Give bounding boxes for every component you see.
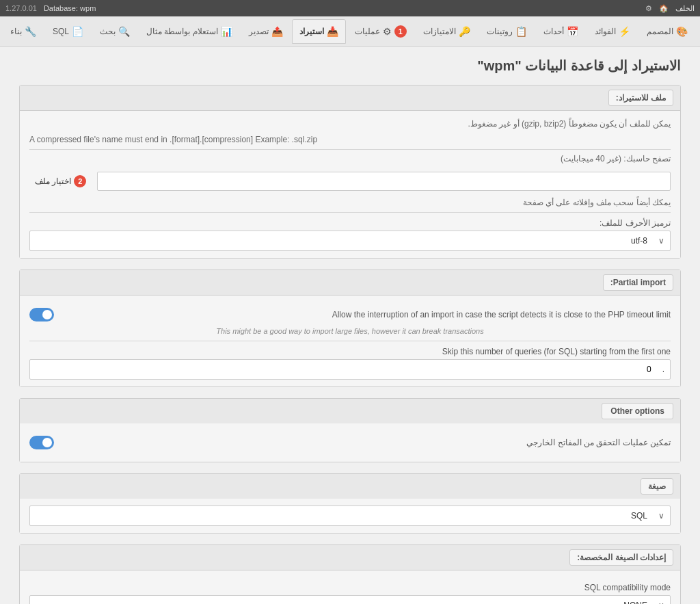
format-settings-section: إعدادات الصيغة المخصصة: SQL compatibilit… — [19, 544, 681, 604]
tab-build[interactable]: 🔧 بناء — [3, 19, 44, 44]
skip-queries-row: . — [29, 359, 671, 380]
php-timeout-slider — [29, 308, 54, 321]
foreign-key-slider — [29, 436, 54, 449]
file-path-input[interactable] — [97, 172, 671, 191]
home-icon[interactable]: 🏠 — [659, 4, 669, 13]
other-options-body: تمكين عمليات التحقق من المفاتح الخارجي — [20, 423, 680, 462]
version-label: 1.27.0.01 — [5, 4, 37, 12]
compat-mode-select-row: ∨ NONE — [29, 595, 671, 604]
other-options-header: Other options — [20, 399, 680, 423]
export-icon: 📤 — [271, 26, 283, 37]
compat-chevron-icon[interactable]: ∨ — [653, 598, 670, 604]
format-settings-header-label: إعدادات الصيغة المخصصة: — [569, 549, 673, 566]
triggers-icon: ⚡ — [619, 26, 630, 37]
choose-file-button[interactable]: 2 اختيار ملف — [29, 172, 92, 190]
tab-search[interactable]: 🔍 بحث — [92, 19, 137, 44]
format-value[interactable]: SQL — [30, 508, 653, 523]
file-import-body: يمكن للملف أن يكون مضغوطاً (gzip, bzip2)… — [20, 111, 680, 258]
events-icon: 📅 — [567, 26, 578, 37]
format-settings-body: SQL compatibility mode ∨ NONE Do not use… — [20, 570, 680, 604]
format-body: ∨ SQL — [20, 499, 680, 533]
tab-events-label: أحداث — [543, 27, 564, 36]
top-bar-left: الخلف 🏠 ⚙ — [645, 4, 695, 13]
toggle-note: This might be a good way to import large… — [29, 327, 671, 335]
skip-dot: . — [657, 362, 670, 377]
file-import-header: ملف للاستيراد: — [20, 86, 680, 111]
other-options-button[interactable]: Other options — [602, 403, 673, 419]
choose-file-label: اختيار ملف — [35, 176, 71, 186]
charset-value[interactable]: utf-8 — [30, 233, 653, 248]
format-header: صيغة — [20, 474, 680, 499]
partial-import-header: Partial import: — [20, 270, 680, 296]
format-settings-header: إعدادات الصيغة المخصصة: — [20, 545, 680, 570]
file-import-section: ملف للاستيراد: يمكن للملف أن يكون مضغوطا… — [19, 85, 681, 259]
close-label[interactable]: الخلف — [675, 4, 695, 13]
tab-routines[interactable]: 📋 روتينات — [479, 19, 535, 44]
format-header-label: صيغة — [641, 478, 673, 495]
page-title: الاستيراد إلى قاعدة البيانات "wpm" — [19, 57, 681, 74]
file-input-row: 2 اختيار ملف — [29, 172, 671, 191]
nav-toolbar: 🔧 بناء 📄 SQL 🔍 بحث 📊 استعلام بواسطة مثال… — [0, 16, 700, 47]
partial-import-toggle-row: Allow the interruption of an import in c… — [29, 302, 671, 327]
other-options-section: Other options تمكين عمليات التحقق من الم… — [19, 398, 681, 462]
foreign-key-toggle-row: تمكين عمليات التحقق من المفاتح الخارجي — [29, 430, 671, 455]
tab-routines-label: روتينات — [487, 27, 513, 36]
tab-sql[interactable]: 📄 SQL — [45, 19, 91, 44]
sql-icon: 📄 — [72, 26, 83, 37]
tab-query[interactable]: 📊 استعلام بواسطة مثال — [139, 19, 240, 44]
charset-label: ترميز الأحرف للملف: — [29, 218, 671, 228]
php-timeout-toggle[interactable] — [29, 308, 54, 321]
db-title: Database: wpm — [44, 4, 96, 12]
tab-designer[interactable]: 🎨 المصمم — [639, 19, 695, 44]
partial-import-body: Allow the interruption of an import in c… — [20, 296, 680, 386]
settings-icon[interactable]: ⚙ — [645, 4, 652, 13]
designer-icon: 🎨 — [676, 26, 688, 37]
file-info-3: تصفح حاسبك: (غير 40 ميجابايت) — [29, 153, 671, 166]
drag-drop-text: يمكك أيضاً سحب ملف وإفلاته على أي صفحة — [29, 196, 671, 209]
tab-operations[interactable]: 1 ⚙ عمليات — [347, 19, 414, 44]
tab-build-label: بناء — [10, 27, 22, 36]
tab-import-label: استيراد — [299, 27, 324, 36]
operations-icon: ⚙ — [383, 26, 392, 37]
tab-import[interactable]: 📥 استيراد — [292, 19, 346, 44]
build-icon: 🔧 — [25, 26, 36, 37]
tab-operations-label: عمليات — [355, 27, 380, 36]
tab-privileges-label: الامتيازات — [423, 27, 456, 36]
charset-chevron-icon[interactable]: ∨ — [653, 233, 670, 248]
tab-query-label: استعلام بواسطة مثال — [146, 27, 218, 36]
tab-sql-label: SQL — [53, 27, 69, 36]
page-content: الاستيراد إلى قاعدة البيانات "wpm" ملف ل… — [8, 47, 692, 604]
partial-import-section: Partial import: Allow the interruption o… — [19, 270, 681, 387]
tab-privileges[interactable]: 🔑 الامتيازات — [416, 19, 478, 44]
tab-events[interactable]: 📅 أحداث — [536, 19, 586, 44]
tab-triggers-label: الفوائد — [595, 27, 616, 36]
partial-import-header-label: Partial import: — [603, 274, 673, 291]
tab-export[interactable]: 📤 تصدير — [241, 19, 291, 44]
skip-queries-label: Skip this number of queries (for SQL) st… — [29, 347, 671, 356]
file-info-2: A compressed file's name must end in .[f… — [29, 133, 671, 146]
format-section: صيغة ∨ SQL — [19, 473, 681, 534]
skip-queries-input[interactable] — [30, 362, 657, 377]
compat-mode-value[interactable]: NONE — [30, 598, 653, 604]
choose-file-badge: 2 — [74, 175, 86, 187]
tab-export-label: تصدير — [249, 27, 269, 36]
file-info-1: يمكن للملف أن يكون مضغوطاً (gzip, bzip2)… — [29, 118, 671, 131]
charset-select-row: ∨ utf-8 — [29, 231, 671, 251]
format-chevron-icon[interactable]: ∨ — [653, 508, 670, 523]
privileges-icon: 🔑 — [459, 26, 470, 37]
routines-icon: 📋 — [515, 26, 527, 37]
foreign-key-label: تمكين عمليات التحقق من المفاتح الخارجي — [54, 438, 671, 447]
tab-designer-label: المصمم — [647, 27, 673, 36]
top-bar-right: Database: wpm 1.27.0.01 — [5, 4, 96, 12]
php-timeout-label: Allow the interruption of an import in c… — [54, 310, 671, 319]
import-icon: 📥 — [327, 26, 338, 37]
search-icon: 🔍 — [118, 26, 130, 37]
top-bar: الخلف 🏠 ⚙ Database: wpm 1.27.0.01 — [0, 0, 700, 16]
operations-badge: 1 — [394, 25, 407, 38]
tab-triggers[interactable]: ⚡ الفوائد — [587, 19, 638, 44]
query-icon: 📊 — [221, 26, 232, 37]
compat-mode-label: SQL compatibility mode — [29, 583, 671, 592]
file-import-header-label: ملف للاستيراد: — [608, 90, 673, 106]
format-select-row: ∨ SQL — [29, 505, 671, 526]
foreign-key-toggle[interactable] — [29, 436, 54, 449]
